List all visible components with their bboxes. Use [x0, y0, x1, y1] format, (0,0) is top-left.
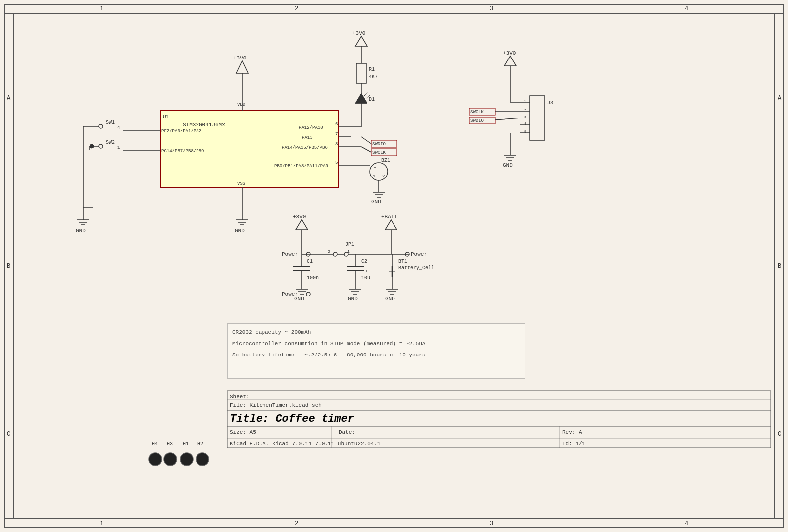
svg-text:Power: Power [282, 291, 298, 297]
svg-text:7: 7 [335, 132, 338, 137]
svg-text:J3: J3 [547, 100, 553, 106]
svg-text:+3V0: +3V0 [503, 50, 516, 56]
svg-text:R1: R1 [369, 67, 375, 72]
svg-text:PB0/PB1/PA8/PA11/PA9: PB0/PB1/PA8/PA11/PA9 [274, 164, 328, 169]
svg-text:H3: H3 [167, 441, 173, 447]
svg-text:SWDIO: SWDIO [372, 142, 386, 147]
svg-text:1: 1 [117, 145, 120, 150]
svg-marker-55 [355, 36, 367, 46]
row-r-a: A [775, 14, 784, 182]
svg-text:BT1: BT1 [398, 259, 407, 264]
svg-text:Microcontroller consumtion in : Microcontroller consumtion in STOP mode … [232, 341, 426, 347]
svg-text:10u: 10u [361, 275, 370, 281]
svg-text:File: KitchenTimer.kicad_sch: File: KitchenTimer.kicad_sch [230, 402, 322, 408]
col-bot-2: 2 [199, 519, 394, 528]
col-3: 3 [394, 4, 589, 13]
svg-point-189 [164, 453, 177, 466]
col-4: 4 [589, 4, 784, 13]
schematic-background: 1 2 3 4 1 2 3 4 A B C A B C U1 STM32G041… [0, 0, 788, 532]
svg-text:4: 4 [117, 125, 120, 130]
svg-text:Battery_Cell: Battery_Cell [398, 265, 434, 271]
svg-text:+3V0: +3V0 [233, 55, 246, 61]
svg-marker-99 [504, 56, 516, 66]
svg-text:GND: GND [76, 228, 86, 234]
svg-point-127 [306, 292, 310, 296]
row-r-b: B [775, 182, 784, 350]
svg-text:SWCLK: SWCLK [470, 110, 484, 115]
row-a: A [4, 14, 13, 182]
svg-point-191 [196, 453, 209, 466]
svg-text:Size: A5: Size: A5 [230, 429, 256, 435]
svg-text:D1: D1 [369, 97, 375, 102]
svg-text:100n: 100n [307, 275, 319, 281]
svg-text:SWCLK: SWCLK [372, 150, 386, 155]
svg-text:+: + [312, 269, 314, 274]
svg-text:+BATT: +BATT [381, 214, 397, 220]
svg-text:JP1: JP1 [345, 242, 354, 247]
svg-text:U1: U1 [163, 114, 170, 119]
svg-text:+3V0: +3V0 [352, 30, 365, 36]
svg-text:H4: H4 [152, 441, 158, 447]
svg-text:2: 2 [328, 249, 330, 254]
svg-text:PA13: PA13 [302, 135, 313, 140]
svg-text:So battery lifetime = ~.2/2.5e: So battery lifetime = ~.2/2.5e-6 = 80,00… [232, 352, 425, 358]
svg-text:PC14/PB7/PB8/PB9: PC14/PB7/PB8/PB9 [161, 149, 204, 154]
svg-text:H1: H1 [183, 441, 189, 447]
svg-text:1: 1 [347, 249, 350, 254]
svg-marker-6 [236, 61, 248, 73]
col-bot-3: 3 [394, 519, 589, 528]
svg-text:Power: Power [411, 251, 427, 257]
svg-text:CR2032 capacity ~ 200mAh: CR2032 capacity ~ 200mAh [232, 329, 311, 335]
svg-text:Date:: Date: [339, 429, 355, 435]
svg-text:VDD: VDD [237, 102, 245, 107]
svg-text:8: 8 [335, 142, 338, 147]
svg-text:4K7: 4K7 [369, 74, 378, 80]
svg-text:GND: GND [371, 199, 381, 205]
svg-text:GND: GND [503, 162, 513, 168]
svg-text:GND: GND [348, 296, 358, 302]
svg-text:KiCad E.D.A.  kicad 7.0.11-7.0: KiCad E.D.A. kicad 7.0.11-7.0.11-ubuntu2… [230, 441, 381, 447]
row-b: B [4, 182, 13, 350]
svg-text:H2: H2 [197, 441, 203, 447]
svg-marker-109 [296, 220, 308, 230]
svg-line-97 [495, 118, 520, 120]
svg-text:1: 1 [373, 174, 375, 179]
svg-text:SWDIO: SWDIO [470, 118, 484, 123]
col-2: 2 [199, 4, 394, 13]
col-markers-bottom: 1 2 3 4 [4, 518, 784, 528]
svg-text:+3V0: +3V0 [293, 214, 306, 220]
svg-text:C1: C1 [307, 259, 313, 264]
svg-text:Power: Power [282, 251, 298, 257]
svg-marker-136 [385, 220, 397, 230]
svg-text:STM32G041J6Mx: STM32G041J6Mx [183, 122, 225, 128]
col-markers-top: 1 2 3 4 [4, 4, 784, 14]
schematic-svg: U1 STM32G041J6Mx VDD +3V0 VSS GND PF2/PA… [14, 14, 774, 518]
row-markers-right: A B C [774, 14, 784, 518]
svg-text:GND: GND [385, 296, 395, 302]
svg-text:Id: 1/1: Id: 1/1 [562, 441, 586, 447]
svg-line-50 [361, 137, 371, 144]
svg-line-53 [361, 147, 371, 152]
svg-text:BZ1: BZ1 [381, 158, 390, 163]
svg-rect-58 [356, 63, 366, 83]
svg-rect-80 [530, 96, 545, 140]
svg-text:PA14/PA15/PB5/PB6: PA14/PA15/PB5/PB6 [282, 145, 328, 150]
svg-text:+: + [396, 264, 398, 269]
col-1: 1 [4, 4, 199, 13]
svg-point-188 [149, 453, 162, 466]
svg-text:+: + [374, 166, 376, 171]
svg-text:GND: GND [235, 228, 245, 234]
svg-text:5: 5 [335, 160, 338, 165]
svg-text:6: 6 [335, 122, 338, 127]
svg-text:VSS: VSS [237, 181, 245, 186]
svg-text:SW2: SW2 [106, 140, 115, 145]
svg-text:PF2/PA0/PA1/PA2: PF2/PA0/PA1/PA2 [161, 129, 201, 134]
svg-line-67 [364, 92, 368, 96]
svg-text:Sheet:: Sheet: [230, 394, 250, 400]
svg-point-129 [333, 252, 337, 256]
col-bot-4: 4 [589, 519, 784, 528]
svg-point-21 [99, 124, 103, 128]
svg-point-31 [99, 144, 103, 148]
row-c: C [4, 350, 13, 518]
svg-text:+: + [365, 269, 368, 274]
